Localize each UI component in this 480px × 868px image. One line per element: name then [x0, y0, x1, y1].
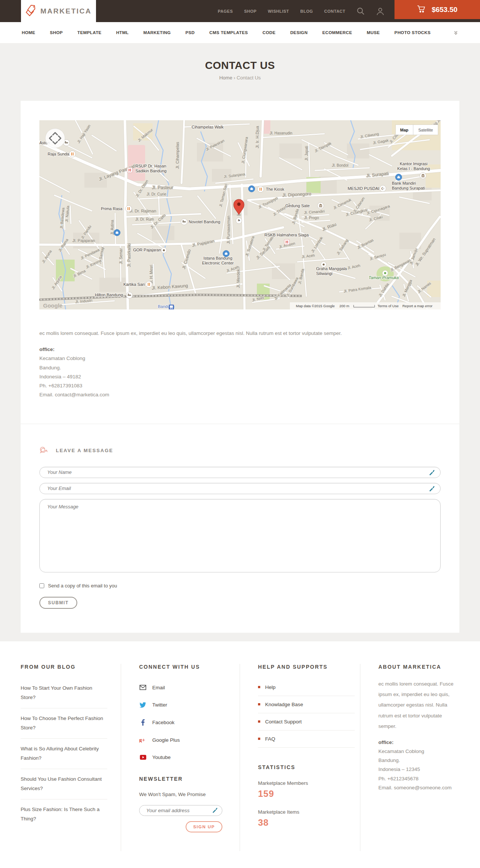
email-icon [139, 685, 147, 690]
connect-email[interactable]: Email [139, 685, 234, 690]
dot-map-icon [161, 248, 167, 253]
blog-post-link[interactable]: Should You Use Fashion Consultant Servic… [21, 769, 107, 799]
help-link-knowladge-base[interactable]: Knowladge Base [258, 696, 355, 713]
blog-post-link[interactable]: How To Choose The Perfect Fashion Store? [21, 708, 107, 739]
logo[interactable]: MARKETICA [21, 0, 96, 22]
help-link-faq[interactable]: FAQ [258, 731, 355, 748]
map-label: Kelas I - Bandung [397, 166, 430, 171]
catnav-item-code[interactable]: CODE [262, 30, 276, 35]
map-label: Novotel Bandung [189, 220, 220, 224]
train-map-icon [169, 305, 174, 309]
shop-map-icon [114, 230, 120, 236]
catnav-item-home[interactable]: HOME [22, 30, 35, 35]
help-label: FAQ [265, 736, 275, 742]
map-type-button-satellite[interactable]: Satellite [413, 125, 438, 135]
stat-label: Marketplace Items [258, 809, 355, 815]
map-label: GOR Pajajaran [133, 248, 161, 252]
message-textarea[interactable] [39, 499, 441, 572]
google-logo: Google [43, 302, 63, 309]
map-label: Jl. Dr. Rum [135, 217, 154, 221]
map-label: Jl. Progo [304, 216, 319, 220]
office-block: office: Kecamatan CoblongBandung.Indones… [39, 345, 441, 424]
breadcrumb: Home › Contact Us [0, 75, 480, 81]
search-icon[interactable] [357, 7, 365, 15]
food-map-icon [126, 206, 132, 212]
header-nav-blog[interactable]: BLOG [300, 9, 313, 13]
newsletter-heading: NEWSLETTER [139, 776, 234, 782]
blog-post-link[interactable]: Plus Size Fashion: Is There Such a Thing… [21, 799, 107, 829]
map-label: Jl. Dr. Curie [147, 192, 166, 196]
footer-connect-column: CONNECT WITH US EmailTwitterFacebookg+Go… [121, 664, 240, 851]
blog-post-link[interactable]: How To Start Your Own Fashion Store? [21, 678, 107, 708]
office-line: Email. someone@someone.com [378, 783, 454, 792]
cart-total: $653.50 [432, 6, 458, 14]
report-map-error-link[interactable]: Report a map error [402, 304, 432, 308]
help-link-help[interactable]: Help [258, 679, 355, 696]
pen-icon [429, 469, 435, 477]
bullet-icon [258, 720, 260, 723]
header-nav-wishlist[interactable]: WISHLIST [268, 9, 289, 13]
submit-button[interactable]: SUBMIT [39, 597, 77, 609]
tag-icon [26, 4, 37, 18]
connect-facebook[interactable]: Facebook [139, 719, 234, 726]
header-nav-shop[interactable]: SHOP [244, 9, 256, 13]
svg-text:H: H [285, 240, 288, 244]
form-heading: LEAVE A MESSAGE [39, 446, 441, 456]
terms-of-use-link[interactable]: Terms of Use [378, 304, 399, 308]
newsletter-email-input[interactable] [139, 805, 222, 816]
header-nav-pages[interactable]: PAGES [218, 9, 233, 13]
about-office-block: office: Kecamatan CoblongBandung.Indones… [378, 738, 454, 793]
cart-button[interactable]: $653.50 [394, 0, 480, 19]
shop-map-icon [249, 186, 255, 192]
breadcrumb-home[interactable]: Home [219, 75, 232, 81]
connect-youtube[interactable]: Youtube [139, 754, 234, 760]
catnav-item-html[interactable]: HTML [116, 30, 129, 35]
map-canvas[interactable]: Jl. Layang PasupatiJl. PasteurJl. Surapa… [39, 120, 441, 309]
catnav-item-design[interactable]: DESIGN [290, 30, 308, 35]
signup-button[interactable]: SIGN UP [186, 821, 222, 832]
email-input[interactable] [39, 483, 441, 494]
connect-heading: CONNECT WITH US [139, 664, 234, 670]
newsletter-text: We Won't Spam, We Promise [139, 792, 234, 797]
office-line: Bandung. [39, 363, 441, 372]
food-map-icon [146, 281, 152, 288]
connect-twitter[interactable]: Twitter [139, 702, 234, 708]
help-link-contact-support[interactable]: Contact Support [258, 713, 355, 731]
catnav-item-shop[interactable]: SHOP [50, 30, 63, 35]
page-head: CONTACT US Home › Contact Us [0, 43, 480, 81]
chevron-down-icon[interactable] [453, 30, 458, 35]
connect-label: Google Plus [152, 737, 180, 743]
map-label: Kantor Imigrasi [400, 161, 428, 166]
map-label: Jl. Merdeka [236, 266, 240, 288]
catnav-item-ecommerce[interactable]: ECOMMERCE [322, 30, 352, 35]
shop-map-icon [396, 174, 402, 181]
map-scale-label: 200 m [339, 304, 349, 308]
header-nav-contact[interactable]: CONTACT [324, 9, 345, 13]
map-embed[interactable]: Jl. Layang PasupatiJl. PasteurJl. Surapa… [39, 120, 441, 309]
youtube-icon [139, 755, 147, 760]
user-icon[interactable] [376, 7, 384, 15]
catnav-item-photo-stocks[interactable]: PHOTO STOCKS [394, 30, 430, 35]
blog-post-link[interactable]: What is So Alluring About Celebrity Fash… [21, 739, 107, 769]
message-field-wrap [39, 499, 441, 574]
send-copy-checkbox[interactable] [39, 583, 44, 588]
map-label: RSKB Halmahera Siaga [264, 233, 309, 237]
museum-map-icon [420, 173, 426, 179]
catnav-item-cms-templates[interactable]: CMS TEMPLATES [209, 30, 248, 35]
catnav-item-marketing[interactable]: MARKETING [143, 30, 171, 35]
map-label: The Kiosk [266, 187, 284, 191]
map-label: RSUP Dr. Hasan [135, 164, 166, 168]
footer-help-column: HELP AND SUPPORTS HelpKnowladge BaseCont… [240, 664, 360, 851]
catnav-item-template[interactable]: TEMPLATE [77, 30, 101, 35]
name-input[interactable] [39, 467, 441, 478]
map-label: Prima Rasa [101, 206, 123, 211]
catnav-item-muse[interactable]: MUSE [367, 30, 380, 35]
blog-heading: FROM OUR BLOG [21, 664, 107, 670]
bullet-icon [258, 738, 260, 740]
map-type-button-map[interactable]: Map [396, 125, 413, 135]
svg-text:Satellite: Satellite [418, 128, 433, 132]
catnav-item-psd[interactable]: PSD [185, 30, 195, 35]
office-line: Indonesia – 12345 [378, 765, 454, 774]
connect-google-plus[interactable]: g+Google Plus [139, 737, 234, 743]
map-pan-control[interactable] [45, 128, 65, 148]
